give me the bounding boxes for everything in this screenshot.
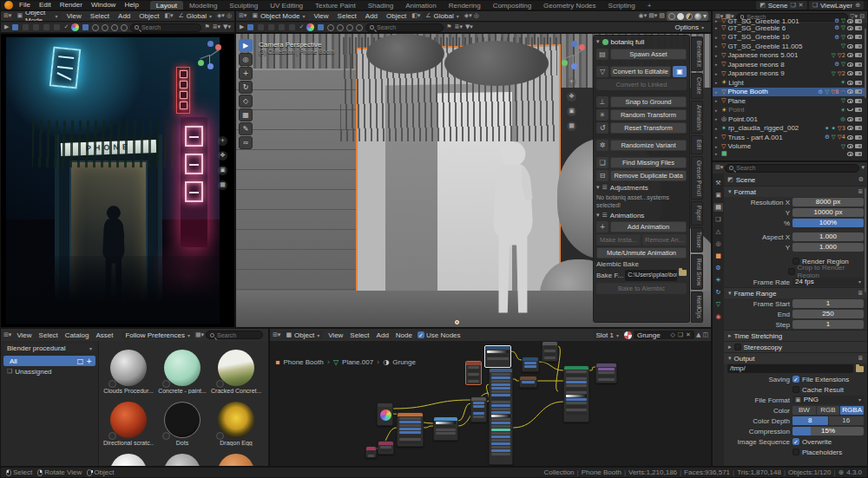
sidebar-tab-paper[interactable]: Paper bbox=[691, 201, 703, 225]
asset-card-cracked-concret[interactable]: Cracked Concret... bbox=[211, 350, 261, 394]
render-visibility-icon[interactable] bbox=[855, 62, 862, 67]
gizmo-z-neg[interactable] bbox=[571, 41, 577, 47]
expand-icon[interactable]: ▸ bbox=[715, 35, 720, 40]
menu-object[interactable]: Object bbox=[135, 12, 162, 20]
editor-type-icon[interactable]: ⊞▾ bbox=[3, 331, 11, 339]
prop-value-field[interactable]: 1.000 bbox=[792, 232, 864, 241]
asset-search[interactable] bbox=[206, 331, 263, 339]
menu-file[interactable]: File bbox=[15, 0, 35, 10]
menu-select[interactable]: Select bbox=[334, 12, 360, 20]
menu-add[interactable]: Add bbox=[362, 12, 381, 20]
mute-unmute-animation-button[interactable]: Mute/Unmute Animation bbox=[596, 247, 687, 259]
panel-header-output[interactable]: ▾Output≣ bbox=[724, 352, 867, 363]
mid-small-node[interactable] bbox=[470, 396, 487, 422]
mode-toggle-icon[interactable] bbox=[288, 23, 296, 31]
render-visibility-icon[interactable] bbox=[855, 126, 862, 130]
overlay-icon[interactable]: ◫ bbox=[702, 331, 708, 339]
scene-selector[interactable]: ◩ Scene ❏ ✕ bbox=[756, 1, 806, 10]
visibility-eye-icon[interactable] bbox=[847, 35, 853, 39]
render-visibility-icon[interactable] bbox=[855, 53, 862, 57]
segment-rgba[interactable]: RGBA bbox=[840, 406, 864, 415]
move-view-icon[interactable]: ✥ bbox=[567, 92, 576, 101]
sidebar-tab-hardops[interactable]: HardOps bbox=[691, 291, 703, 323]
gizmo-y-axis[interactable] bbox=[198, 60, 204, 66]
panel-header-time-stretching[interactable]: ▸Time Stretching bbox=[724, 330, 867, 341]
render-visibility-icon[interactable] bbox=[855, 44, 862, 49]
output-right-node[interactable] bbox=[595, 363, 617, 383]
render-visibility-icon[interactable] bbox=[855, 108, 862, 112]
section-adjustments[interactable]: ▾☰Adjustments bbox=[596, 183, 687, 192]
tweak-tool[interactable]: ▶ bbox=[239, 39, 253, 52]
navigation-gizmo[interactable] bbox=[559, 41, 589, 70]
folder-icon[interactable] bbox=[679, 270, 687, 276]
file-extensions-checkbox[interactable]: ✓ bbox=[792, 376, 799, 383]
workspace-tab-animation[interactable]: Animation bbox=[399, 1, 443, 10]
gizmo-x-axis[interactable] bbox=[579, 44, 585, 50]
expand-icon[interactable]: ▸ bbox=[715, 43, 720, 49]
workspace-tab-geometry-nodes[interactable]: Geometry Nodes bbox=[537, 1, 602, 10]
expand-icon[interactable]: ▸ bbox=[715, 71, 720, 76]
expand-icon[interactable]: ▸ bbox=[715, 144, 720, 149]
delete-scene-icon[interactable]: ✕ bbox=[799, 2, 804, 10]
properties-tab-physics[interactable]: ↻ bbox=[713, 288, 723, 297]
sidebar-tab-real-snow[interactable]: Real Snow bbox=[691, 254, 703, 290]
botaniq-panel-header[interactable]: ▾botaniq full bbox=[596, 37, 687, 47]
menu-help[interactable]: Help bbox=[120, 0, 142, 10]
panel-menu-icon[interactable]: ≣ bbox=[858, 355, 863, 363]
properties-search-input[interactable] bbox=[736, 165, 855, 171]
workspace-tab-modeling[interactable]: Modeling bbox=[183, 1, 223, 10]
shader-type-dropdown[interactable]: ■ Object ▾ bbox=[282, 331, 323, 339]
tool-search-input[interactable] bbox=[377, 24, 439, 30]
expand-icon[interactable]: ▸ bbox=[715, 134, 720, 140]
options-icon[interactable]: ▾ bbox=[861, 164, 865, 172]
visibility-eye-icon[interactable] bbox=[847, 144, 853, 148]
scale-tool[interactable]: ◇ bbox=[239, 95, 253, 108]
outliner-row-point[interactable]: ▸☀Point☀ bbox=[713, 106, 865, 115]
small-node-2[interactable] bbox=[519, 376, 537, 388]
properties-tab-data[interactable]: ▽ bbox=[713, 300, 723, 309]
noise-texture-node[interactable] bbox=[397, 412, 424, 447]
panel-menu-icon[interactable]: ≣ bbox=[858, 290, 863, 298]
render-visibility-icon[interactable] bbox=[855, 144, 862, 148]
placeholders-checkbox[interactable] bbox=[792, 449, 799, 455]
render-visibility-icon[interactable] bbox=[855, 35, 862, 39]
randomize-variant-button[interactable]: Randomize Variant bbox=[610, 140, 687, 151]
mode-toggle-icon[interactable] bbox=[267, 23, 275, 31]
outliner-row-point-001[interactable]: ▸◎Point.001◎ bbox=[713, 115, 865, 124]
transform-tool[interactable]: ▦ bbox=[239, 108, 253, 121]
asset-card-concrete-paint[interactable]: Concrete - paint... bbox=[157, 350, 207, 394]
menu-node[interactable]: Node bbox=[392, 331, 416, 339]
outliner-row-japanese-neons-8[interactable]: ▸▽Japanese neons 8⚙▽ bbox=[713, 60, 865, 69]
workspace-tab-uv-editing[interactable]: UV Editing bbox=[264, 1, 309, 10]
shading-wireframe-icon[interactable] bbox=[668, 13, 675, 20]
node-canvas[interactable]: ▪Phone Booth›▽Plane.007›◑Grunge bbox=[270, 341, 712, 467]
expand-icon[interactable]: ▸ bbox=[715, 80, 720, 85]
render-visibility-icon[interactable] bbox=[855, 19, 862, 23]
expand-icon[interactable]: ▸ bbox=[715, 89, 720, 95]
orientation-dropdown[interactable]: ∠Global▾ bbox=[175, 12, 215, 21]
visibility-eye-icon[interactable] bbox=[847, 53, 853, 57]
panel-checkbox[interactable] bbox=[734, 344, 741, 350]
outliner-row-volume[interactable]: ▸▽Volume▽ bbox=[713, 142, 865, 152]
properties-tab-object[interactable]: ■ bbox=[713, 252, 723, 260]
grid-icon[interactable]: ▦ bbox=[567, 121, 576, 131]
visibility-eye-icon[interactable] bbox=[847, 19, 853, 23]
sidebar-tab-tissue[interactable]: Tissue bbox=[691, 227, 703, 252]
options-dropdown[interactable]: Options▾ bbox=[671, 23, 707, 32]
outliner-row-gt-sg-greeble-10[interactable]: ▸▽GT_SG_Greeble 10⚙▽ bbox=[713, 33, 865, 43]
visibility-eye-icon[interactable] bbox=[847, 26, 853, 30]
camera-view-icon[interactable]: ▣ bbox=[218, 166, 227, 175]
expand-icon[interactable]: ▸ bbox=[715, 108, 720, 113]
falloff-icon[interactable] bbox=[346, 24, 353, 31]
breadcrumb-item-grunge[interactable]: Grunge bbox=[392, 358, 416, 366]
breadcrumb-item-phone-booth[interactable]: Phone Booth bbox=[283, 358, 323, 366]
prop-value-field[interactable]: 1 bbox=[792, 299, 864, 308]
pin-icon[interactable]: ⚙ bbox=[858, 176, 864, 184]
tool-search[interactable] bbox=[365, 23, 444, 32]
panel-header-frame-range[interactable]: ▾Frame Range≣ bbox=[724, 287, 867, 298]
tool-search[interactable] bbox=[130, 23, 201, 32]
transform-widget-icon[interactable]: ◧▾ bbox=[411, 12, 420, 20]
filter-icon[interactable]: ▼▾ bbox=[465, 23, 473, 31]
menu-edit[interactable]: Edit bbox=[35, 0, 56, 10]
render-visibility-icon[interactable] bbox=[855, 71, 862, 75]
